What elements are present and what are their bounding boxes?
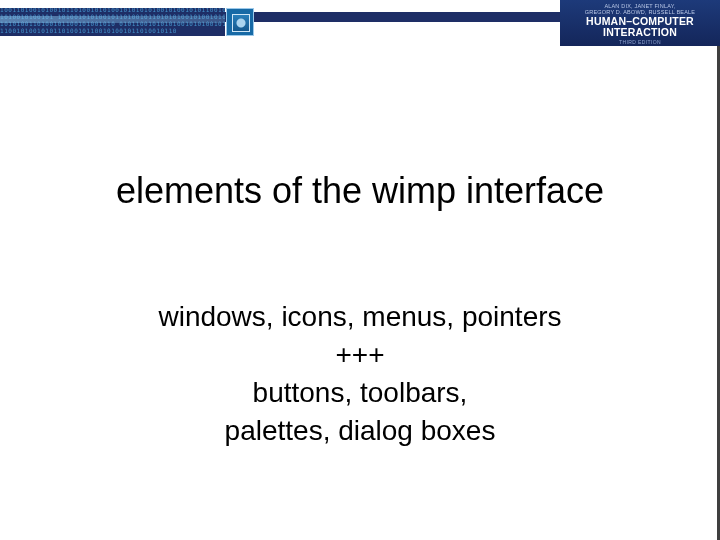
slide-content: elements of the wimp interface windows, …: [0, 46, 720, 540]
banner-binary-graphic: [0, 8, 225, 36]
book-authors: ALAN DIX, JANET FINLAY, GREGORY D. ABOWD…: [566, 3, 714, 15]
book-cover: ALAN DIX, JANET FINLAY, GREGORY D. ABOWD…: [560, 0, 720, 46]
book-edition: THIRD EDITION: [566, 39, 714, 45]
body-line-1: windows, icons, menus, pointers: [0, 298, 720, 336]
book-title: HUMAN–COMPUTER INTERACTION: [566, 16, 714, 38]
slide-title: elements of the wimp interface: [0, 170, 720, 212]
body-line-3: buttons, toolbars,: [0, 374, 720, 412]
banner-emblem-icon: [226, 8, 254, 36]
slide-body: windows, icons, menus, pointers +++ butt…: [0, 298, 720, 450]
top-banner: ALAN DIX, JANET FINLAY, GREGORY D. ABOWD…: [0, 0, 720, 46]
body-line-4: palettes, dialog boxes: [0, 412, 720, 450]
body-line-2: +++: [0, 336, 720, 374]
book-title-line2: INTERACTION: [603, 26, 677, 38]
